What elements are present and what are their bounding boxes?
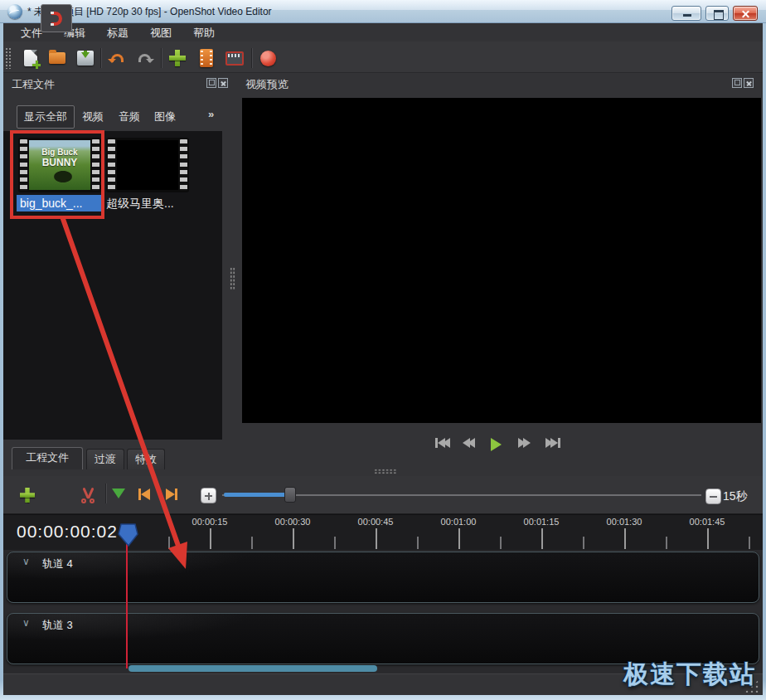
zoom-in-button[interactable] bbox=[201, 488, 216, 503]
ruler-tick bbox=[334, 537, 336, 549]
ruler-tick bbox=[210, 528, 211, 549]
panel-float-icon[interactable] bbox=[732, 78, 742, 88]
current-time-display: 00:00:00:02 bbox=[17, 522, 118, 542]
menu-item-title[interactable]: 标题 bbox=[98, 24, 138, 42]
new-project-icon bbox=[24, 50, 37, 66]
add-track-button[interactable] bbox=[17, 484, 38, 506]
title-bar[interactable]: * 未命名项目 [HD 720p 30 fps] - OpenShot Vide… bbox=[0, 0, 766, 23]
toolbar-separator bbox=[161, 48, 162, 68]
ruler-tick bbox=[666, 537, 667, 549]
save-project-button[interactable] bbox=[75, 47, 96, 69]
chevron-down-icon[interactable]: ∨ bbox=[22, 617, 30, 629]
watermark-text: 极速下载站 bbox=[580, 658, 756, 692]
toolbar-drag-handle[interactable] bbox=[5, 47, 12, 69]
save-project-icon bbox=[77, 51, 94, 66]
ruler-label: 00:00:45 bbox=[358, 517, 394, 527]
rewind-button[interactable] bbox=[463, 438, 475, 448]
open-project-icon bbox=[49, 52, 65, 64]
import-files-button[interactable] bbox=[167, 47, 188, 69]
horizontal-splitter-handle[interactable] bbox=[374, 469, 397, 474]
razor-tool-button[interactable] bbox=[78, 485, 98, 505]
filter-image[interactable]: 图像 bbox=[154, 109, 176, 124]
ruler-tick bbox=[749, 537, 750, 549]
export-video-icon bbox=[260, 51, 276, 66]
playhead-line[interactable] bbox=[126, 532, 128, 668]
choose-profile-icon bbox=[200, 49, 213, 67]
tab-project-files[interactable]: 工程文件 bbox=[12, 447, 83, 469]
preview-panel-title: 视频预览 bbox=[245, 77, 288, 92]
add-marker-button[interactable] bbox=[112, 489, 125, 498]
zoom-slider-handle[interactable] bbox=[284, 487, 296, 503]
undo-button[interactable] bbox=[106, 47, 128, 69]
minimize-button[interactable] bbox=[671, 6, 701, 21]
zoom-scale-label: 15秒 bbox=[723, 489, 748, 504]
undo-icon bbox=[111, 54, 124, 62]
open-project-button[interactable] bbox=[46, 47, 68, 69]
filter-audio[interactable]: 音频 bbox=[119, 109, 140, 124]
filter-overflow-button[interactable]: » bbox=[208, 108, 214, 120]
ruler-tick bbox=[293, 528, 294, 549]
track-4[interactable]: ∨ 轨道 4 bbox=[7, 552, 759, 603]
import-files-icon bbox=[169, 50, 186, 66]
file-name-label[interactable]: 超级马里奥... bbox=[106, 197, 189, 211]
play-button[interactable] bbox=[491, 438, 502, 451]
redo-icon bbox=[138, 54, 151, 62]
menu-item-view[interactable]: 视图 bbox=[141, 24, 181, 42]
tab-effects[interactable]: 特效 bbox=[127, 449, 165, 469]
timeline-tracks-area[interactable]: ∨ 轨道 4 ∨ 轨道 3 bbox=[3, 550, 763, 673]
panel-close-icon[interactable] bbox=[744, 78, 754, 88]
zoom-slider-fill bbox=[224, 493, 290, 497]
jump-to-end-button[interactable] bbox=[545, 438, 560, 448]
project-files-panel-title: 工程文件 bbox=[12, 77, 55, 92]
fullscreen-button[interactable] bbox=[224, 47, 245, 69]
track-label: 轨道 3 bbox=[42, 618, 73, 633]
timeline-ruler[interactable]: 00:00:00:02 00:00:1500:00:3000:00:4500:0… bbox=[3, 514, 763, 550]
export-video-button[interactable] bbox=[257, 47, 279, 69]
ruler-label: 00:00:30 bbox=[275, 517, 311, 527]
snapping-toggle-button[interactable] bbox=[41, 4, 72, 32]
close-button[interactable] bbox=[733, 6, 758, 21]
next-marker-button[interactable] bbox=[166, 489, 177, 500]
timeline-horizontal-scrollbar[interactable] bbox=[128, 665, 377, 672]
fullscreen-icon bbox=[225, 51, 244, 66]
ruler-label: 00:01:15 bbox=[524, 517, 560, 527]
filmstrip-sprockets bbox=[180, 139, 187, 191]
video-preview-screen[interactable] bbox=[242, 98, 761, 423]
ruler-label: 00:01:45 bbox=[690, 517, 725, 527]
vertical-splitter-handle[interactable] bbox=[230, 267, 235, 290]
previous-marker-button[interactable] bbox=[138, 489, 150, 500]
ruler-tick bbox=[458, 528, 460, 549]
ruler-tick bbox=[376, 528, 377, 549]
scissors-icon bbox=[80, 487, 96, 503]
jump-to-start-button[interactable] bbox=[435, 438, 450, 448]
add-track-icon bbox=[20, 488, 35, 503]
ruler-tick bbox=[624, 528, 626, 549]
zoom-out-button[interactable] bbox=[705, 489, 721, 504]
filter-video[interactable]: 视频 bbox=[82, 109, 104, 124]
panel-float-icon[interactable] bbox=[206, 78, 216, 88]
fast-forward-button[interactable] bbox=[518, 438, 531, 448]
panel-close-icon[interactable] bbox=[218, 78, 228, 88]
maximize-button[interactable] bbox=[705, 6, 729, 21]
ruler-tick bbox=[417, 537, 419, 549]
play-icon bbox=[491, 438, 502, 451]
ruler-label: 00:01:00 bbox=[441, 517, 477, 527]
transport-controls bbox=[242, 431, 761, 459]
menu-item-help[interactable]: 帮助 bbox=[184, 24, 224, 42]
ruler-tick bbox=[500, 537, 502, 549]
redo-button[interactable] bbox=[133, 47, 155, 69]
ruler-label: 00:00:15 bbox=[192, 517, 228, 527]
ruler-tick bbox=[251, 537, 253, 549]
track-3[interactable]: ∨ 轨道 3 bbox=[7, 613, 759, 664]
new-project-button[interactable] bbox=[20, 47, 41, 69]
app-logo-icon bbox=[7, 4, 22, 19]
filter-show-all[interactable]: 显示全部 bbox=[17, 105, 75, 129]
openshot-window: { "window": { "title": "* 未命名项目 [HD 720p… bbox=[0, 0, 766, 700]
tab-transitions[interactable]: 过渡 bbox=[86, 449, 124, 469]
toolbar-separator bbox=[105, 484, 107, 503]
file-thumbnail[interactable] bbox=[106, 138, 189, 192]
chevron-down-icon[interactable]: ∨ bbox=[22, 556, 30, 567]
ruler-tick bbox=[541, 528, 543, 549]
ruler-label: 00:01:30 bbox=[607, 517, 642, 527]
choose-profile-button[interactable] bbox=[196, 47, 217, 69]
